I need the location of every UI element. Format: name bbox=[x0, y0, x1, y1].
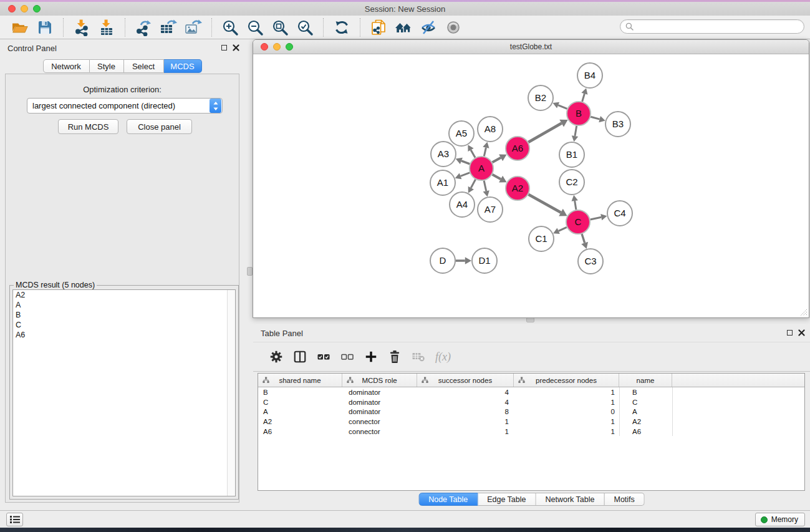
resize-grip-icon[interactable] bbox=[799, 308, 808, 316]
show-columns-button[interactable] bbox=[291, 349, 309, 365]
graph-edge[interactable] bbox=[591, 217, 602, 220]
graph-edge[interactable] bbox=[528, 123, 561, 142]
graph-edge[interactable] bbox=[471, 180, 475, 188]
table-cell: 8 bbox=[417, 408, 514, 415]
export-network-button[interactable] bbox=[133, 17, 153, 37]
table-row[interactable]: Adominator80A bbox=[258, 407, 804, 417]
graph-edge[interactable] bbox=[461, 161, 470, 164]
graph-node-label: C1 bbox=[535, 233, 547, 244]
table-settings-button[interactable] bbox=[267, 349, 286, 365]
graph-edge[interactable] bbox=[558, 105, 567, 109]
delete-column-button[interactable] bbox=[385, 349, 404, 365]
tab-mcds[interactable]: MCDS bbox=[164, 59, 202, 73]
graph-edge[interactable] bbox=[528, 195, 561, 213]
table-row[interactable]: A2connector11A2 bbox=[258, 417, 804, 427]
task-history-button[interactable] bbox=[6, 513, 23, 526]
graph-edge[interactable] bbox=[591, 117, 599, 119]
mcds-result-item[interactable]: A bbox=[13, 300, 235, 310]
float-panel-icon[interactable] bbox=[221, 45, 227, 51]
import-table-button[interactable] bbox=[97, 17, 117, 37]
network-from-selection-button[interactable] bbox=[369, 17, 388, 37]
memory-button[interactable]: Memory bbox=[755, 513, 805, 526]
create-column-button[interactable] bbox=[362, 349, 380, 365]
graph-edge[interactable] bbox=[575, 126, 577, 136]
graph-edge[interactable] bbox=[493, 158, 501, 163]
close-panel-button[interactable]: Close panel bbox=[127, 119, 192, 134]
network-graph[interactable]: B4B2BB3A5A8A6B1A3AC2A1A2A4A7C4CC1C3DD1 bbox=[253, 54, 809, 317]
tab-motifs[interactable]: Motifs bbox=[604, 493, 644, 506]
mcds-result-item[interactable]: B bbox=[13, 310, 235, 320]
network-window-titlebar[interactable]: testGlobe.txt bbox=[253, 40, 809, 54]
mcds-result-item[interactable]: A2 bbox=[13, 290, 235, 300]
zoom-in-icon bbox=[221, 19, 239, 36]
save-session-button[interactable] bbox=[35, 17, 55, 37]
graph-edge[interactable] bbox=[484, 181, 486, 191]
select-all-button[interactable] bbox=[314, 349, 333, 365]
close-panel-icon[interactable] bbox=[798, 329, 805, 336]
scrollbar-track[interactable] bbox=[227, 290, 235, 496]
import-network-button[interactable] bbox=[72, 17, 92, 37]
hide-panels-button[interactable] bbox=[418, 17, 438, 37]
graph-edge[interactable] bbox=[582, 94, 585, 102]
export-table-button[interactable] bbox=[158, 17, 178, 37]
mcds-tab-content: Optimization criterion: largest connecte… bbox=[5, 74, 239, 503]
column-header[interactable]: name bbox=[619, 374, 672, 387]
column-header[interactable]: successor nodes bbox=[417, 374, 514, 387]
column-header[interactable]: MCDS role bbox=[342, 374, 417, 387]
refresh-layout-button[interactable] bbox=[332, 17, 352, 37]
table-row[interactable]: A6connector11A6 bbox=[258, 427, 804, 437]
open-session-button[interactable] bbox=[10, 17, 30, 37]
mcds-result-item[interactable]: C bbox=[13, 320, 235, 330]
run-mcds-button[interactable]: Run MCDS bbox=[58, 119, 118, 134]
deselect-all-icon bbox=[340, 351, 355, 363]
tab-edge-table[interactable]: Edge Table bbox=[478, 493, 536, 506]
table-row[interactable]: Cdominator41C bbox=[258, 397, 804, 407]
column-header-label: MCDS role bbox=[362, 377, 397, 384]
column-divider bbox=[672, 387, 673, 436]
graph-edge-arrow bbox=[483, 190, 489, 196]
graph-edge[interactable] bbox=[493, 175, 501, 180]
zoom-out-button[interactable] bbox=[245, 17, 265, 37]
tab-network[interactable]: Network bbox=[43, 59, 90, 73]
delete-table-button bbox=[409, 349, 428, 365]
graph-edge[interactable] bbox=[575, 201, 576, 210]
tab-network-table[interactable]: Network Table bbox=[536, 493, 605, 506]
search-input[interactable] bbox=[637, 21, 804, 32]
toolbar-separator bbox=[323, 18, 324, 37]
home-button[interactable] bbox=[393, 17, 413, 37]
table-row[interactable]: Bdominator41B bbox=[258, 387, 804, 397]
show-panel-button[interactable] bbox=[443, 17, 463, 37]
tab-node-table[interactable]: Node Table bbox=[418, 493, 478, 506]
plus-icon bbox=[364, 350, 378, 364]
network-canvas[interactable]: B4B2BB3A5A8A6B1A3AC2A1A2A4A7C4CC1C3DD1 bbox=[253, 54, 809, 317]
column-header[interactable]: predecessor nodes bbox=[514, 374, 619, 387]
vertical-splitter-handle[interactable] bbox=[247, 267, 253, 276]
close-panel-icon[interactable] bbox=[233, 44, 239, 51]
graph-edge[interactable] bbox=[559, 227, 567, 231]
mcds-result-item[interactable]: A6 bbox=[13, 330, 235, 340]
deselect-all-button[interactable] bbox=[338, 349, 357, 365]
column-header-label: successor nodes bbox=[438, 377, 492, 384]
column-type-icon bbox=[263, 377, 269, 384]
float-panel-icon[interactable] bbox=[787, 330, 793, 336]
tab-style[interactable]: Style bbox=[90, 59, 124, 73]
zoom-selected-button[interactable] bbox=[295, 17, 315, 37]
new-network-from-selection-icon bbox=[370, 19, 387, 36]
export-image-button[interactable] bbox=[183, 17, 203, 37]
table-panel: Table Panel bbox=[253, 324, 810, 506]
search-field[interactable] bbox=[620, 19, 804, 34]
graph-edge[interactable] bbox=[582, 234, 585, 243]
column-header[interactable]: shared name bbox=[258, 374, 342, 387]
zoom-in-button[interactable] bbox=[220, 17, 240, 37]
tab-select[interactable]: Select bbox=[124, 59, 164, 73]
graph-edge-arrow bbox=[483, 142, 489, 148]
export-image-icon bbox=[184, 19, 203, 36]
graph-edge[interactable] bbox=[484, 148, 486, 157]
table-panel-header: Table Panel bbox=[253, 324, 810, 342]
horizontal-splitter-handle[interactable] bbox=[526, 317, 534, 322]
graph-edge[interactable] bbox=[471, 150, 475, 157]
zoom-fit-button[interactable] bbox=[270, 17, 290, 37]
criterion-dropdown[interactable]: largest connected component (directed) bbox=[27, 98, 223, 114]
graph-edge[interactable] bbox=[461, 173, 470, 176]
mcds-result-list[interactable]: A2ABCA6 bbox=[12, 289, 236, 496]
